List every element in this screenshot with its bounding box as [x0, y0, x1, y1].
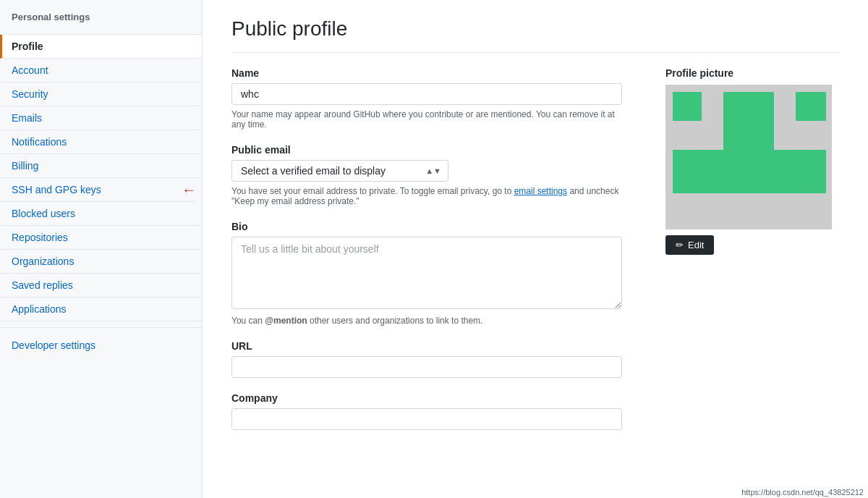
sidebar-item-organizations[interactable]: Organizations — [0, 250, 202, 274]
name-label: Name — [231, 67, 637, 79]
sidebar-nav: Profile Account Security Emails Notifica… — [0, 35, 202, 357]
sidebar-item-applications[interactable]: Applications — [0, 297, 202, 321]
profile-picture-panel: Profile picture ✏ Edit — [665, 67, 832, 444]
sidebar-item-account[interactable]: Account — [0, 59, 202, 83]
content-wrapper: Public profile Name Your name may appear… — [231, 17, 839, 444]
public-email-label: Public email — [231, 144, 637, 156]
sidebar-item-emails[interactable]: Emails — [0, 106, 202, 130]
public-email-select[interactable]: Select a verified email to display — [231, 160, 448, 182]
pencil-icon: ✏ — [676, 240, 684, 250]
company-input[interactable] — [231, 408, 622, 430]
url-label: URL — [231, 340, 637, 352]
sidebar-item-developer-settings[interactable]: Developer settings — [0, 334, 202, 357]
page-title: Public profile — [231, 17, 839, 53]
edit-button-label: Edit — [688, 240, 704, 250]
sidebar-item-ssh-gpg-keys[interactable]: SSH and GPG keys — [0, 178, 196, 202]
sidebar-item-saved-replies[interactable]: Saved replies — [0, 274, 202, 297]
company-section: Company — [231, 392, 637, 430]
sidebar-item-blocked-users[interactable]: Blocked users — [0, 202, 202, 226]
public-email-section: Public email Select a verified email to … — [231, 144, 637, 206]
url-bar: https://blog.csdn.net/qq_43825212 — [737, 486, 868, 498]
email-hint: You have set your email address to priva… — [231, 186, 622, 206]
sidebar-item-repositories[interactable]: Repositories — [0, 226, 202, 250]
company-label: Company — [231, 392, 637, 404]
sidebar-item-security[interactable]: Security — [0, 83, 202, 106]
email-select-wrapper: Select a verified email to display ▲▼ — [231, 160, 448, 182]
sidebar-header: Personal settings — [0, 0, 202, 35]
bio-label: Bio — [231, 221, 637, 232]
profile-picture-image — [665, 85, 832, 229]
bio-section: Bio You can @mention other users and org… — [231, 221, 637, 326]
name-hint: Your name may appear around GitHub where… — [231, 109, 622, 130]
bio-hint-suffix: other users and organizations to link to… — [307, 316, 483, 326]
sidebar-item-profile[interactable]: Profile — [0, 35, 202, 59]
url-input[interactable] — [231, 356, 622, 378]
bio-textarea[interactable] — [231, 237, 622, 309]
bio-hint-prefix: You can — [231, 316, 265, 326]
sidebar: Personal settings Profile Account Securi… — [0, 0, 203, 498]
arrow-indicator: ← — [182, 182, 196, 198]
url-section: URL — [231, 340, 637, 378]
main-content: Public profile Name Your name may appear… — [203, 0, 868, 498]
name-input[interactable] — [231, 83, 622, 105]
sidebar-item-billing[interactable]: Billing — [0, 154, 202, 178]
email-hint-prefix: You have set your email address to priva… — [231, 186, 514, 196]
name-section: Name Your name may appear around GitHub … — [231, 67, 637, 130]
sidebar-item-notifications[interactable]: Notifications — [0, 130, 202, 154]
mention-text: @mention — [265, 316, 307, 326]
profile-picture-label: Profile picture — [665, 67, 832, 79]
edit-profile-picture-button[interactable]: ✏ Edit — [665, 235, 714, 255]
email-settings-link[interactable]: email settings — [514, 186, 567, 196]
bio-hint: You can @mention other users and organiz… — [231, 316, 622, 326]
